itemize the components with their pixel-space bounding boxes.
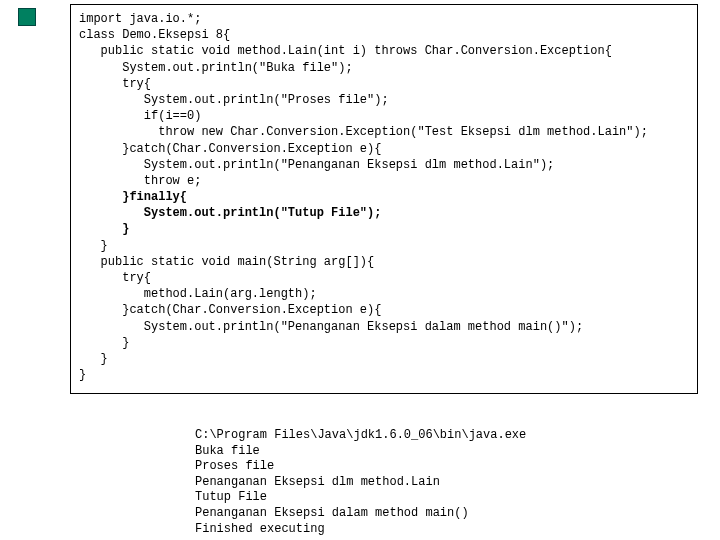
- code-line: if(i==0): [79, 108, 689, 124]
- code-line: import java.io.*;: [79, 11, 689, 27]
- code-line: System.out.println("Proses file");: [79, 92, 689, 108]
- code-line: method.Lain(arg.length);: [79, 286, 689, 302]
- code-line: public static void method.Lain(int i) th…: [79, 43, 689, 59]
- code-line: }: [79, 238, 689, 254]
- code-line: }catch(Char.Conversion.Exception e){: [79, 302, 689, 318]
- code-line: System.out.println("Buka file");: [79, 60, 689, 76]
- code-line: throw e;: [79, 173, 689, 189]
- output-line: Buka file: [195, 444, 595, 460]
- code-line: }finally{: [79, 189, 689, 205]
- code-line: public static void main(String arg[]){: [79, 254, 689, 270]
- code-line: }: [79, 367, 689, 383]
- output-line: Penanganan Eksepsi dlm method.Lain: [195, 475, 595, 491]
- code-line: System.out.println("Penanganan Eksepsi d…: [79, 157, 689, 173]
- slide-bullet-icon: [18, 8, 36, 26]
- code-line: System.out.println("Penanganan Eksepsi d…: [79, 319, 689, 335]
- output-line: Penanganan Eksepsi dalam method main(): [195, 506, 595, 522]
- code-line: try{: [79, 270, 689, 286]
- code-line: }: [79, 351, 689, 367]
- output-line: Finished executing: [195, 522, 595, 538]
- code-line: throw new Char.Conversion.Exception("Tes…: [79, 124, 689, 140]
- output-line: Proses file: [195, 459, 595, 475]
- code-line: class Demo.Eksepsi 8{: [79, 27, 689, 43]
- code-block: import java.io.*; class Demo.Eksepsi 8{ …: [70, 4, 698, 394]
- output-line: C:\Program Files\Java\jdk1.6.0_06\bin\ja…: [195, 428, 595, 444]
- code-line: }: [79, 221, 689, 237]
- code-line: }catch(Char.Conversion.Exception e){: [79, 141, 689, 157]
- code-line: System.out.println("Tutup File");: [79, 205, 689, 221]
- console-output: C:\Program Files\Java\jdk1.6.0_06\bin\ja…: [195, 428, 595, 537]
- output-line: Tutup File: [195, 490, 595, 506]
- code-line: try{: [79, 76, 689, 92]
- code-line: }: [79, 335, 689, 351]
